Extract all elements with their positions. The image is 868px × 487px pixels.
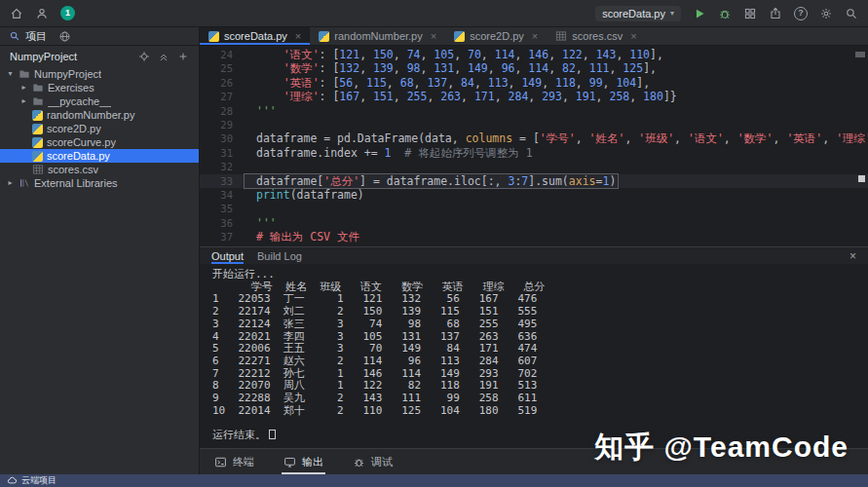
python-icon: [32, 124, 43, 134]
chevron-icon: ▾: [6, 70, 15, 78]
debug-icon: [353, 456, 365, 468]
output-panel-header: OutputBuild Log ×: [200, 246, 868, 264]
code-line-25[interactable]: 25 '数学': [132, 139, 98, 131, 149, 96, 11…: [200, 61, 868, 75]
code-line-37[interactable]: 37# 输出为 CSV 文件: [200, 230, 868, 244]
share-button[interactable]: [769, 7, 782, 20]
search-icon[interactable]: [845, 7, 858, 20]
python-icon: [454, 31, 465, 42]
editor-tab-score2d-py[interactable]: score2D.py×: [445, 27, 547, 45]
run-button[interactable]: [693, 7, 706, 20]
code-line-26[interactable]: 26 '英语': [56, 115, 68, 137, 84, 113, 149…: [200, 76, 868, 90]
chevron-icon: ▸: [6, 179, 15, 187]
python-icon: [32, 151, 43, 162]
chevron-icon: ▸: [19, 84, 28, 92]
code-line-27[interactable]: 27 '理综': [167, 151, 255, 263, 171, 284, …: [200, 90, 868, 103]
close-icon[interactable]: ×: [630, 31, 636, 42]
code-text: [245, 202, 258, 215]
code-editor[interactable]: 24 '语文': [121, 150, 74, 105, 70, 114, 14…: [200, 46, 868, 246]
code-line-31[interactable]: 31dataframe.index += 1 # 将起始序列号调整为 1: [200, 146, 868, 160]
close-icon[interactable]: ×: [532, 31, 538, 42]
library-icon: [19, 177, 30, 189]
add-icon[interactable]: [177, 51, 189, 62]
line-number: 28: [200, 104, 245, 118]
tree-item-external-libraries[interactable]: ▸External Libraries: [0, 176, 199, 190]
run-configuration-label: scoreData.py: [602, 8, 665, 19]
user-icon[interactable]: [35, 7, 49, 20]
code-line-33[interactable]: 33dataframe['总分'] = dataframe.iloc[:, 3:…: [200, 174, 868, 188]
editor-tab-scores-csv[interactable]: scores.csv×: [547, 27, 645, 45]
tree-item-scoredata-py[interactable]: scoreData.py: [0, 149, 199, 163]
locate-file-icon[interactable]: [138, 51, 150, 62]
code-text: '语文': [121, 150, 74, 105, 70, 114, 146, …: [245, 48, 665, 61]
inspections-widget[interactable]: [855, 52, 865, 57]
code-line-36[interactable]: 36''': [200, 216, 868, 230]
tree-item-label: Exercises: [48, 82, 94, 94]
python-icon: [32, 110, 43, 121]
titlebar: 1 scoreData.py ▾ ?: [0, 0, 868, 27]
debug-button[interactable]: [718, 7, 732, 20]
line-number: 36: [200, 216, 245, 230]
bottom-toolbar-items: 终端输出调试: [212, 449, 395, 474]
python-icon: [32, 137, 43, 148]
code-line-29[interactable]: 29: [200, 118, 868, 131]
code-line-35[interactable]: 35: [200, 202, 868, 215]
help-icon[interactable]: ?: [794, 7, 808, 20]
code-text: '英语': [56, 115, 68, 137, 84, 113, 149, 1…: [245, 76, 652, 90]
collapse-all-icon[interactable]: [158, 51, 170, 62]
output-tab-output[interactable]: Output: [211, 247, 244, 264]
console-output[interactable]: 开始运行... 学号 姓名 班级 语文 数学 英语 理综 总分1 22053 丁…: [200, 264, 868, 448]
status-project-label[interactable]: 云端项目: [21, 474, 57, 487]
main-menu-icon[interactable]: [10, 7, 23, 20]
code-line-28[interactable]: 28''': [200, 104, 868, 118]
code-text: '数学': [132, 139, 98, 131, 149, 96, 114, …: [245, 61, 659, 75]
console-line: 开始运行...: [212, 269, 868, 281]
editor-tab-randomnumber-py[interactable]: randomNumber.py×: [310, 27, 445, 45]
globe-icon[interactable]: [58, 30, 71, 43]
tree-item-scorecurve-py[interactable]: scoreCurve.py: [0, 135, 199, 149]
tool-button-terminal[interactable]: 终端: [212, 449, 256, 474]
editor-tab-scoredata-py[interactable]: scoreData.py×: [200, 27, 310, 45]
console-line: 3 22124 张三 3 74 98 68 255 495: [212, 318, 868, 331]
console-line: 10 22014 郑十 2 110 125 104 180 519: [212, 405, 868, 418]
line-number: 27: [200, 90, 245, 103]
code-line-24[interactable]: 24 '语文': [121, 150, 74, 105, 70, 114, 14…: [200, 48, 868, 61]
python-icon: [319, 31, 329, 42]
tree-item-label: __pycache__: [48, 95, 111, 107]
project-panel-actions: [138, 51, 189, 62]
tree-item-exercises[interactable]: ▸Exercises: [0, 81, 199, 94]
tree-item-numpyproject[interactable]: ▾NumpyProject: [0, 67, 199, 81]
tree-item-label: scores.csv: [48, 164, 98, 175]
tree-item-label: score2D.py: [47, 123, 101, 134]
tab-label: scores.csv: [572, 30, 623, 42]
close-icon[interactable]: ×: [849, 250, 856, 262]
tree-item-randomnumber-py[interactable]: randomNumber.py: [0, 108, 199, 122]
code-text: # 输出为 CSV 文件: [245, 230, 361, 244]
settings-icon[interactable]: [819, 7, 833, 20]
line-number: 24: [200, 48, 245, 61]
code-line-30[interactable]: 30dataframe = pd.DataFrame(data, columns…: [200, 131, 868, 145]
close-icon[interactable]: ×: [295, 31, 301, 42]
project-panel-header: NumpyProject: [0, 46, 199, 67]
console-line: 6 22271 赵六 2 114 96 113 284 607: [212, 356, 868, 368]
close-icon[interactable]: ×: [431, 31, 436, 42]
line-number: 30: [200, 131, 245, 145]
tool-button-output[interactable]: 输出: [282, 449, 325, 474]
code-line-34[interactable]: 34print(dataframe): [200, 188, 868, 202]
profiler-button[interactable]: [743, 7, 757, 20]
tree-item-score2d-py[interactable]: score2D.py: [0, 122, 199, 135]
project-name: NumpyProject: [10, 51, 77, 62]
output-tab-build-log[interactable]: Build Log: [257, 247, 302, 264]
code-line-32[interactable]: 32: [200, 160, 868, 173]
project-tool-tab[interactable]: 项目: [9, 27, 47, 45]
scrollbar-thumb[interactable]: [858, 175, 865, 182]
line-number: 33: [200, 174, 245, 188]
tree-item-scores-csv[interactable]: scores.csv: [0, 163, 199, 176]
python-icon: [208, 31, 219, 42]
tool-button-debug[interactable]: 调试: [351, 449, 395, 474]
line-number: 35: [200, 202, 245, 215]
run-configuration-select[interactable]: scoreData.py ▾: [595, 6, 681, 21]
code-text: ''': [245, 104, 279, 118]
collaboration-badge[interactable]: 1: [60, 6, 75, 20]
tree-item-pycache[interactable]: ▸__pycache__: [0, 94, 199, 108]
console-line: 9 22288 吴九 2 143 111 99 258 611: [212, 393, 868, 405]
